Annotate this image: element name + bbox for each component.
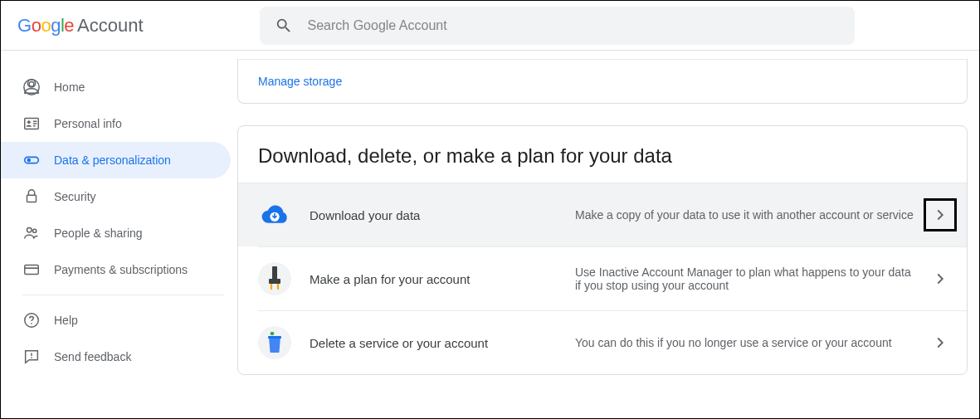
people-icon xyxy=(22,224,41,242)
sidebar-item-label: Home xyxy=(54,80,85,94)
manage-storage-link[interactable]: Manage storage xyxy=(238,60,967,103)
row-description: Use Inactive Account Manager to plan wha… xyxy=(575,266,924,292)
sidebar-item-people-sharing[interactable]: People & sharing xyxy=(1,215,231,251)
home-icon xyxy=(22,78,41,96)
toggle-icon xyxy=(22,151,41,169)
svg-rect-19 xyxy=(272,266,277,280)
sidebar-item-personal-info[interactable]: Personal info xyxy=(1,105,231,142)
row-title: Download your data xyxy=(310,208,575,222)
sidebar-item-label: Personal info xyxy=(54,117,122,130)
svg-point-23 xyxy=(271,332,275,335)
svg-point-11 xyxy=(33,229,37,232)
sidebar-item-label: Send feedback xyxy=(54,350,131,363)
svg-rect-9 xyxy=(27,195,37,202)
row-title: Make a plan for your account xyxy=(310,272,575,286)
svg-point-10 xyxy=(27,228,32,233)
header: Google Account xyxy=(1,1,979,51)
lock-icon xyxy=(22,188,41,206)
chevron-right-icon[interactable] xyxy=(924,326,957,359)
sidebar-item-help[interactable]: Help xyxy=(1,302,231,339)
section-title: Download, delete, or make a plan for you… xyxy=(238,126,967,183)
svg-point-15 xyxy=(31,323,32,324)
search-bar[interactable] xyxy=(260,7,855,45)
search-input[interactable] xyxy=(308,18,840,33)
row-account-plan[interactable]: Make a plan for your account Use Inactiv… xyxy=(258,246,967,310)
sidebar-item-data-personalization[interactable]: Data & personalization xyxy=(1,142,231,178)
search-icon xyxy=(275,17,293,35)
svg-rect-7 xyxy=(25,157,39,163)
service-name: Account xyxy=(77,15,144,37)
svg-point-17 xyxy=(31,357,32,358)
sidebar-item-label: Payments & subscriptions xyxy=(54,263,188,276)
card-icon xyxy=(22,261,41,279)
sidebar-item-feedback[interactable]: Send feedback xyxy=(1,339,231,375)
data-management-card: Download, delete, or make a plan for you… xyxy=(237,125,968,375)
google-logo: Google xyxy=(17,15,74,37)
svg-point-3 xyxy=(27,120,31,124)
trash-icon xyxy=(258,326,291,359)
chevron-right-icon[interactable] xyxy=(924,198,957,231)
storage-card: Manage storage xyxy=(237,59,968,104)
sidebar-item-home[interactable]: Home xyxy=(1,69,231,105)
svg-rect-12 xyxy=(25,266,39,275)
svg-rect-20 xyxy=(269,279,280,284)
feedback-icon xyxy=(22,348,41,366)
help-icon xyxy=(22,311,41,329)
svg-point-8 xyxy=(27,158,32,163)
row-delete-account[interactable]: Delete a service or your account You can… xyxy=(258,310,967,374)
svg-point-0 xyxy=(29,81,34,86)
row-description: You can do this if you no longer use a s… xyxy=(575,336,924,349)
sidebar-item-security[interactable]: Security xyxy=(1,178,231,215)
row-download-data[interactable]: Download your data Make a copy of your d… xyxy=(238,183,967,246)
plug-icon xyxy=(258,262,291,295)
sidebar-item-label: People & sharing xyxy=(54,227,143,240)
download-cloud-icon xyxy=(258,198,291,231)
svg-rect-24 xyxy=(268,336,281,339)
id-card-icon xyxy=(22,114,41,133)
sidebar-item-payments[interactable]: Payments & subscriptions xyxy=(1,251,231,288)
sidebar-item-label: Data & personalization xyxy=(54,153,171,167)
sidebar-divider xyxy=(22,295,224,295)
main-content: Manage storage Download, delete, or make… xyxy=(237,51,979,418)
sidebar-item-label: Help xyxy=(54,314,78,327)
row-title: Delete a service or your account xyxy=(310,336,575,350)
sidebar-item-label: Security xyxy=(54,190,96,203)
chevron-right-icon[interactable] xyxy=(924,262,957,295)
logo[interactable]: Google Account xyxy=(17,15,144,37)
sidebar: Home Personal info Data & personalizatio… xyxy=(1,51,237,418)
row-description: Make a copy of your data to use it with … xyxy=(575,208,924,222)
